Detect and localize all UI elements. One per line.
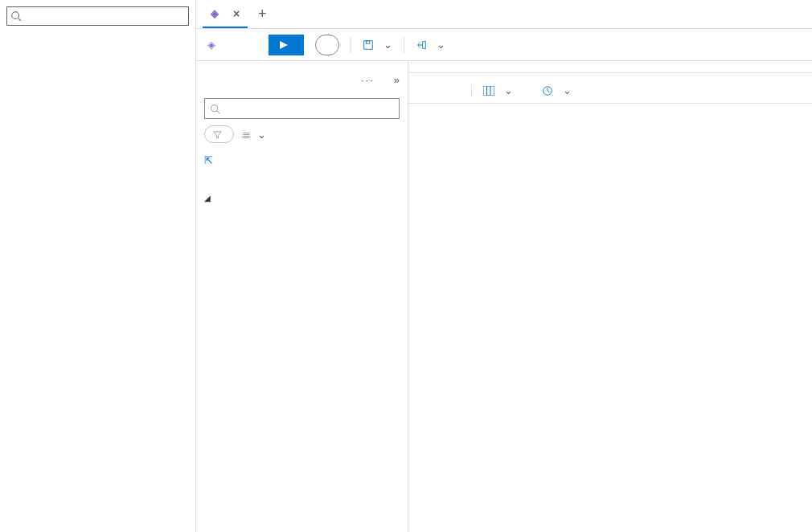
columns-icon	[483, 86, 494, 96]
close-icon[interactable]: ×	[233, 7, 240, 20]
pin-icon: ◈	[207, 39, 215, 51]
clock-icon	[542, 85, 553, 96]
tables-filter-row: ≣ ⌄	[204, 125, 400, 143]
svg-line-7	[217, 110, 219, 113]
tables-pane: ··· » ≣ ⌄	[196, 61, 408, 532]
collapse-icon: ⇱	[204, 154, 213, 166]
scope-row: ◈ ⌄ ⌄	[196, 29, 812, 61]
results-status	[408, 104, 812, 115]
run-button[interactable]	[269, 35, 304, 55]
tables-search-input[interactable]	[220, 103, 394, 115]
save-button[interactable]: ⌄	[363, 39, 392, 51]
display-time-button[interactable]: ⌄	[542, 84, 572, 96]
svg-point-6	[211, 104, 218, 111]
more-icon[interactable]: ···	[361, 74, 375, 86]
filter-icon	[213, 130, 222, 139]
query-tab[interactable]: ◈ ×	[203, 1, 248, 28]
chevron-down-icon: ⌄	[383, 39, 392, 51]
play-icon	[280, 41, 288, 49]
chevron-down-icon: ⌄	[563, 84, 572, 96]
caret-down-icon: ◢	[204, 194, 211, 203]
pin-icon: ◈	[211, 7, 219, 19]
tables-search[interactable]	[204, 98, 400, 119]
filter-button[interactable]	[204, 125, 234, 143]
search-icon	[210, 104, 220, 114]
svg-rect-3	[363, 40, 372, 49]
search-icon	[10, 10, 22, 22]
svg-point-0	[12, 12, 19, 19]
time-range-picker[interactable]	[315, 35, 339, 55]
tree-root-appinsights[interactable]: ◢	[204, 194, 400, 203]
results-tabs: ⌄ ⌄	[408, 73, 812, 104]
chevron-down-icon: ⌄	[437, 39, 445, 51]
svg-rect-8	[483, 86, 494, 96]
sidebar	[0, 0, 196, 532]
sidebar-search-input[interactable]	[22, 10, 185, 23]
collapse-all-button[interactable]: ⇱	[204, 154, 400, 166]
main: ◈ × + ◈ ⌄	[196, 0, 812, 532]
svg-rect-5	[422, 41, 425, 48]
chevron-down-icon: ⌄	[504, 84, 513, 96]
query-editor[interactable]	[408, 61, 812, 73]
list-icon: ≣	[242, 129, 251, 141]
add-tab-button[interactable]: +	[251, 6, 273, 23]
share-icon	[416, 39, 427, 51]
svg-marker-2	[280, 41, 288, 49]
chevron-down-icon: ⌄	[257, 129, 266, 141]
share-button[interactable]: ⌄	[416, 39, 445, 51]
columns-button[interactable]: ⌄	[471, 84, 513, 96]
svg-line-1	[18, 18, 22, 22]
query-tabs-row: ◈ × +	[196, 0, 812, 29]
group-by-button[interactable]: ≣ ⌄	[242, 129, 266, 141]
tables-tabs: ··· »	[204, 66, 400, 93]
svg-rect-4	[366, 40, 369, 43]
sidebar-search[interactable]	[6, 6, 189, 26]
expand-icon[interactable]: »	[394, 74, 400, 86]
query-area: ⌄ ⌄	[408, 61, 812, 532]
save-icon	[363, 39, 374, 51]
